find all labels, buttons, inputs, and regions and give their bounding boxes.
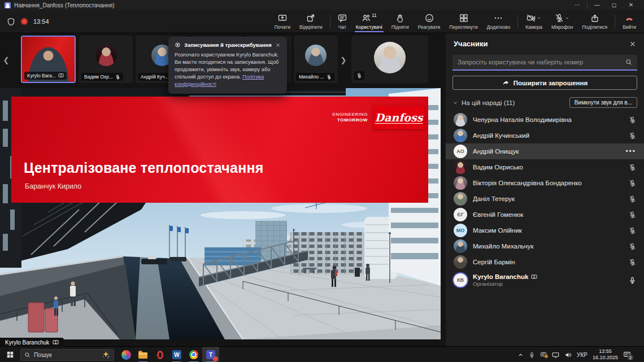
filmstrip-prev-icon[interactable]: ❮ (2, 55, 10, 66)
window-title: Навчання_Danfoss (Теплопостачання) (14, 2, 569, 8)
mute-all-button[interactable]: Вимкнути звук для в... (569, 97, 637, 108)
tile-name-label: Kyrylo Bara... (24, 72, 67, 80)
tray-alert-dot (545, 355, 548, 358)
invite-search-input[interactable] (452, 55, 637, 71)
leave-button[interactable]: Вийти (618, 12, 641, 31)
chevron-down-icon[interactable] (565, 16, 569, 20)
taskbar-search[interactable]: Пошук (20, 349, 114, 361)
avatar (454, 192, 467, 206)
search-placeholder: Пошук (34, 351, 98, 358)
taskbar-app-chrome[interactable] (185, 347, 202, 362)
chrome-icon (189, 350, 198, 359)
search-icon (24, 352, 31, 358)
chat-icon (338, 14, 347, 23)
participant-row[interactable]: Сергій Бармін (446, 254, 644, 270)
raise-hand-button[interactable]: Підняти (387, 12, 414, 31)
avatar: ЄГ (454, 208, 467, 221)
mic-off-icon (115, 75, 120, 80)
start-share-button[interactable]: Почати (270, 12, 295, 31)
mic-off-icon (629, 211, 636, 219)
minimize-button[interactable]: — (589, 0, 606, 10)
chevron-down-icon[interactable] (537, 16, 541, 20)
more-dots-icon (494, 14, 503, 23)
titlebar-divider (587, 2, 588, 8)
close-panel-icon[interactable] (629, 41, 636, 47)
mic-off-icon (629, 132, 636, 139)
danfoss-brand: ENGINEERING TOMORROW Danfoss (332, 106, 425, 129)
tray-expand-icon[interactable] (517, 352, 524, 358)
view-button[interactable]: Переглянути (445, 12, 482, 31)
mic-off-icon (356, 73, 362, 78)
taskbar-app-teams[interactable]: T (202, 347, 219, 362)
participant-row[interactable]: Даніл Тетерук (446, 191, 644, 207)
avatar (374, 42, 406, 73)
avatar (305, 45, 327, 66)
microphone-button[interactable]: Мікрофон (547, 12, 578, 31)
share-invite-button[interactable]: Поширити запрошення (452, 76, 637, 90)
panel-title: Учасники (454, 40, 488, 48)
raise-hand-icon (395, 14, 404, 23)
share-content-button[interactable]: Поділитися (577, 12, 612, 31)
close-icon[interactable] (275, 42, 281, 48)
avatar (454, 113, 467, 127)
unpin-button[interactable]: Відкріпити (295, 12, 327, 31)
participant-row[interactable]: Чепурна Наталія Володимирівна (446, 112, 644, 128)
slide-subtitle: Баранчук Кирило (25, 182, 81, 190)
taskbar-app-word[interactable]: W (168, 347, 185, 362)
video-tile-mykhailo[interactable]: Михайло ... (294, 36, 338, 83)
participant-row[interactable]: Андрій Кучинський (446, 128, 644, 143)
share-tray-icon (590, 14, 599, 23)
shared-screen: Централізоване теплопостачання Баранчук … (0, 88, 441, 339)
participant-row[interactable]: АО Андрій Онищук ••• (446, 143, 644, 159)
camera-button[interactable]: Камера (521, 12, 547, 31)
tray-mic-icon[interactable] (529, 352, 535, 358)
more-button[interactable]: Додатково (482, 12, 515, 31)
video-tile-large[interactable] (351, 36, 428, 83)
avatar (454, 255, 467, 269)
close-button[interactable]: ✕ (623, 0, 639, 10)
start-button[interactable] (0, 351, 20, 359)
taskbar-clock[interactable]: 13:55 16.10.2025 (593, 348, 618, 361)
row-more-options[interactable]: ••• (625, 147, 636, 155)
restore-button[interactable]: ◻ (606, 0, 623, 10)
speaker-icon[interactable] (564, 351, 572, 359)
view-grid-icon (459, 14, 468, 23)
taskbar-app-opera[interactable] (151, 347, 168, 362)
mic-muted-badge (354, 71, 364, 80)
participant-row[interactable]: МО Максим Олійник (446, 223, 644, 238)
taskbar-app-explorer[interactable] (134, 347, 151, 362)
share-invite-icon (502, 79, 510, 86)
teams-app-icon (5, 2, 11, 8)
participant-row[interactable]: Вадим Охрисько (446, 159, 644, 175)
participants-button[interactable]: 11 Користувачі (351, 12, 387, 31)
m365-icon (121, 350, 131, 360)
chat-button[interactable]: Чат (333, 12, 351, 31)
tile-name-label: Михайло ... (296, 73, 334, 81)
windows-logo-icon (6, 351, 14, 359)
participants-count-badge: 11 (372, 12, 377, 18)
meeting-stage: ❮ Kyrylo Bara... Вадим Охр... Андрій Куч… (0, 33, 644, 347)
notification-center[interactable]: 2 (623, 351, 631, 359)
language-indicator[interactable]: УКР (577, 352, 588, 358)
network-display-icon[interactable] (552, 351, 559, 359)
react-button[interactable]: Реагувати (414, 12, 445, 31)
participant-row[interactable]: Михайло Михальчук (446, 238, 644, 254)
presenting-icon (53, 339, 59, 346)
toolbar-divider (517, 15, 518, 28)
participant-row[interactable]: Вікторія Олександрівна Бондаренко (446, 175, 644, 191)
titlebar-more-button[interactable]: ⋯ (569, 0, 586, 10)
video-tile-vadym[interactable]: Вадим Охр... (79, 36, 133, 83)
tray-app-icon[interactable] (540, 351, 547, 358)
filmstrip-next-icon[interactable]: ❯ (340, 55, 347, 66)
hangup-icon (624, 14, 634, 23)
video-tile-kyrylo[interactable]: Kyrylo Bara... (21, 36, 76, 83)
search-icon (625, 59, 632, 66)
participant-row[interactable]: ЄГ Євгеній Гоменюк (446, 207, 644, 223)
taskbar-app-m365[interactable] (118, 347, 134, 362)
windows-taskbar: Пошук W T УКР 13:55 16.10.2025 2 (0, 346, 644, 362)
opera-icon (157, 351, 163, 359)
avatar: КВ (454, 273, 467, 287)
chevron-down-icon[interactable] (452, 100, 458, 106)
section-label: На цій нараді (11) (462, 99, 566, 106)
participant-row-organizer[interactable]: КВ Kyrylo Baranchuk Організатор (446, 270, 644, 290)
